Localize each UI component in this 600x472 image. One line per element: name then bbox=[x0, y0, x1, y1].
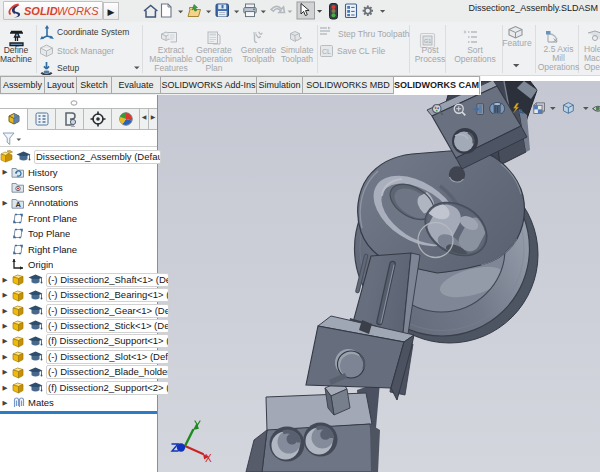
svg-text:A: A bbox=[518, 107, 524, 116]
svg-text:A: A bbox=[15, 200, 21, 209]
svg-text:X: X bbox=[205, 453, 212, 464]
svg-text:WORKS: WORKS bbox=[57, 5, 99, 17]
svg-text:SOLID: SOLID bbox=[24, 5, 58, 17]
svg-text:CL: CL bbox=[322, 48, 331, 55]
svg-text:G1: G1 bbox=[424, 38, 431, 44]
